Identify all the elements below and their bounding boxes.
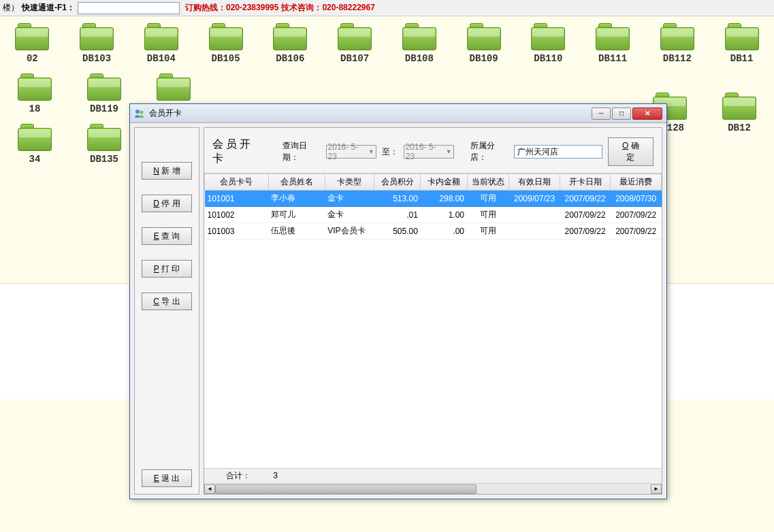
quick-channel-input[interactable] <box>78 2 180 14</box>
folder-item[interactable]: DB103 <box>65 23 129 64</box>
branch-input[interactable] <box>514 145 602 159</box>
grid-header[interactable]: 开卡日期 <box>560 174 611 190</box>
ok-button[interactable]: O 确 定 <box>608 137 654 166</box>
data-grid[interactable]: 会员卡号会员姓名卡类型会员积分卡内金额当前状态有效日期开卡日期最近消费 1010… <box>204 173 662 468</box>
folder-item[interactable]: DB109 <box>451 23 516 64</box>
folder-label: DB108 <box>387 53 452 64</box>
folder-item[interactable]: DB111 <box>581 23 645 64</box>
side-button-panel: N 新 增 D 停 用 E 查 询 P 打 印 C 导 出 E 退 出 <box>134 127 199 495</box>
folder-label: DB110 <box>516 53 581 64</box>
total-count: 3 <box>273 471 278 480</box>
grid-header[interactable]: 最近消费 <box>611 174 662 190</box>
folder-icon <box>144 23 178 50</box>
folder-label: 18 <box>0 103 69 114</box>
white-panel <box>0 283 129 399</box>
folder-item[interactable]: DB106 <box>258 23 323 64</box>
folder-label: DB111 <box>581 53 645 64</box>
grid-footer: 合计： 3 <box>204 468 662 483</box>
member-card-dialog: 会员开卡 ─ □ ✕ N 新 增 D 停 用 E 查 询 P 打 印 C 导 出… <box>129 103 667 499</box>
close-button[interactable]: ✕ <box>632 107 662 120</box>
folder-label: DB135 <box>69 154 139 165</box>
folder-label: DB107 <box>323 53 387 64</box>
folder-icon <box>596 23 630 50</box>
dialog-title-bar: 会员开卡 ─ □ ✕ <box>130 104 666 123</box>
scroll-thumb[interactable] <box>215 484 477 494</box>
maximize-button[interactable]: □ <box>612 107 631 120</box>
folder-item[interactable]: DB119 <box>69 73 139 114</box>
folder-label: DB104 <box>129 53 194 64</box>
folder-icon <box>722 93 756 120</box>
grid-header[interactable]: 卡内金额 <box>421 174 467 190</box>
horizontal-scrollbar[interactable]: ◄ ► <box>204 483 662 494</box>
grid-header[interactable]: 会员积分 <box>374 174 421 190</box>
grid-header[interactable]: 当前状态 <box>467 174 509 190</box>
folder-label: DB103 <box>65 53 129 64</box>
query-button[interactable]: E 查 询 <box>142 227 192 245</box>
folder-item[interactable]: 02 <box>0 23 65 64</box>
table-row[interactable]: 101003伍思後VIP会员卡505.00.00可用2007/09/222007… <box>205 223 662 239</box>
grid-header[interactable]: 卡类型 <box>325 174 374 190</box>
people-icon <box>134 108 145 119</box>
folder-item[interactable]: 18 <box>0 73 69 114</box>
print-button[interactable]: P 打 印 <box>142 260 192 278</box>
dropdown-icon: ▼ <box>446 148 452 155</box>
folder-item[interactable]: DB108 <box>387 23 452 64</box>
minimize-button[interactable]: ─ <box>592 107 611 120</box>
folder-icon <box>660 23 694 50</box>
folder-icon <box>87 124 121 151</box>
folder-label: DB112 <box>645 53 710 64</box>
folder-label: DB106 <box>258 53 323 64</box>
folder-icon <box>18 124 52 151</box>
folder-item[interactable]: DB104 <box>129 23 194 64</box>
folder-icon <box>531 23 565 50</box>
folder-item[interactable]: DB135 <box>69 124 139 165</box>
folder-icon <box>725 23 759 50</box>
building-fragment: 楼） <box>3 2 19 14</box>
order-hotline: 订购热线：020-23839995 <box>185 2 278 14</box>
svg-point-1 <box>140 110 144 114</box>
folder-icon <box>467 23 501 50</box>
folder-label: 02 <box>0 53 65 64</box>
folder-label: 34 <box>0 154 69 165</box>
new-button[interactable]: N 新 增 <box>142 162 192 180</box>
table-row[interactable]: 101002郑可儿金卡.011.00可用2007/09/222007/09/22 <box>205 207 662 223</box>
date-from-select[interactable]: 2016- 5-23▼ <box>326 145 376 159</box>
export-button[interactable]: C 导 出 <box>142 293 192 310</box>
folder-item[interactable]: DB112 <box>645 23 710 64</box>
grid-header[interactable]: 会员姓名 <box>268 174 325 190</box>
folder-label: DB105 <box>193 53 258 64</box>
date-to-select[interactable]: 2016- 5-23▼ <box>404 145 454 159</box>
to-label: 至： <box>382 146 398 158</box>
folder-label: DB12 <box>705 122 774 133</box>
branch-label: 所属分店： <box>470 140 509 163</box>
svg-point-0 <box>135 110 140 114</box>
folder-item[interactable]: DB105 <box>193 23 258 64</box>
disable-button[interactable]: D 停 用 <box>142 195 192 212</box>
top-toolbar: 楼） 快速通道-F1： 订购热线：020-23839995 技术咨询：020-8… <box>0 0 774 16</box>
right-panel: 会员开卡 查询日期： 2016- 5-23▼ 至： 2016- 5-23▼ 所属… <box>204 127 662 495</box>
folder-item[interactable]: DB12 <box>705 93 774 133</box>
exit-button[interactable]: E 退 出 <box>142 469 192 487</box>
grid-header[interactable]: 有效日期 <box>509 174 560 190</box>
channel-label: 快速通道-F1： <box>22 2 75 14</box>
form-title: 会员开卡 <box>212 137 263 166</box>
folder-item[interactable]: 34 <box>0 124 69 165</box>
dialog-title: 会员开卡 <box>149 107 592 119</box>
dropdown-icon: ▼ <box>368 148 374 155</box>
grid-header[interactable]: 会员卡号 <box>205 174 269 190</box>
folder-item[interactable]: DB110 <box>516 23 581 64</box>
folder-label: DB11 <box>709 53 774 64</box>
scroll-right-icon[interactable]: ► <box>651 484 662 494</box>
table-row[interactable]: 101001李小春金卡513.00298.00可用2009/07/232007/… <box>205 190 662 207</box>
folder-icon <box>273 23 307 50</box>
folder-icon <box>157 73 191 101</box>
folder-icon <box>209 23 243 50</box>
total-label: 合计： <box>226 471 251 480</box>
folder-item[interactable]: DB107 <box>323 23 387 64</box>
folder-label: DB119 <box>69 103 139 114</box>
query-date-label: 查询日期： <box>283 140 321 163</box>
tech-support: 技术咨询：020-88222967 <box>281 2 374 14</box>
folder-icon <box>87 73 121 101</box>
scroll-left-icon[interactable]: ◄ <box>204 484 215 494</box>
folder-item[interactable]: DB11 <box>709 23 774 64</box>
